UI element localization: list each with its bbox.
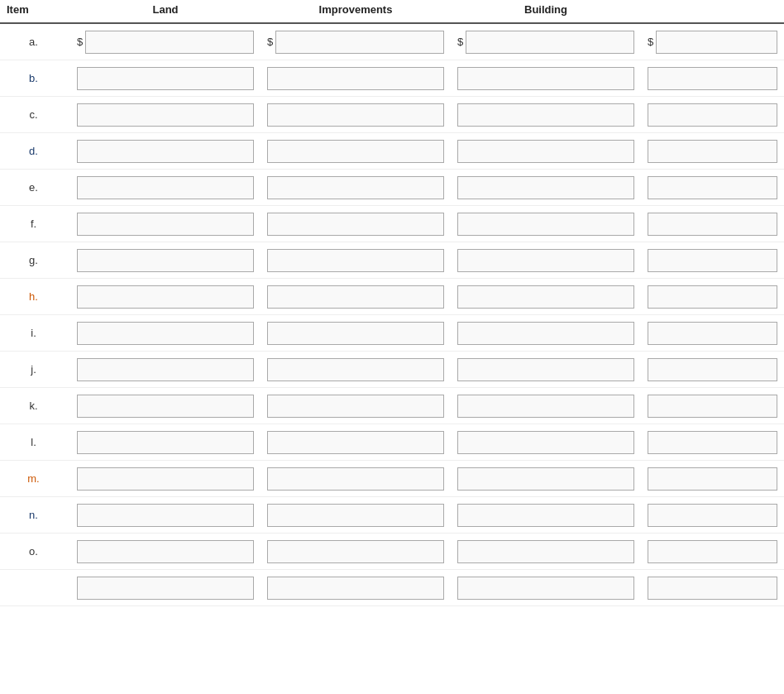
cell-improvements-row-2 [261,103,451,127]
row-label-m.: m. [0,472,70,485]
input-improvements-row-0[interactable] [275,31,444,54]
input-col4-row-6[interactable] [648,249,777,272]
input-col4-row-15[interactable] [648,577,777,600]
input-improvements-row-6[interactable] [267,249,444,272]
cell-improvements-row-3 [261,140,451,163]
cell-improvements-row-6 [261,249,451,272]
row-label-h.: h. [0,290,70,303]
input-land-row-13[interactable] [77,504,254,527]
input-col4-row-3[interactable] [648,140,777,163]
input-building-row-2[interactable] [457,103,634,127]
cell-building-row-9 [451,358,641,381]
input-building-row-9[interactable] [457,358,634,381]
input-building-row-5[interactable] [457,213,634,236]
input-col4-row-10[interactable] [648,395,777,418]
input-col4-row-9[interactable] [648,358,777,381]
row-label-g.: g. [0,254,70,266]
input-building-row-10[interactable] [457,395,634,418]
input-land-row-2[interactable] [77,103,254,127]
input-improvements-row-7[interactable] [267,285,444,309]
input-improvements-row-12[interactable] [267,467,444,491]
input-improvements-row-3[interactable] [267,140,444,163]
row-label-a.: a. [0,36,70,48]
table-body: a.$$$$b.c.d.e.f.g.h.i.j.k.l.m.n.o. [0,24,784,606]
dollar-sign: $ [77,36,83,48]
row-label-f.: f. [0,218,70,230]
input-land-row-4[interactable] [77,176,254,199]
input-building-row-7[interactable] [457,285,634,309]
item-column-header: Item [0,0,70,19]
input-improvements-row-13[interactable] [267,504,444,527]
input-building-row-1[interactable] [457,67,634,90]
input-land-row-10[interactable] [77,395,254,418]
row-label-i.: i. [0,327,70,339]
input-land-row-0[interactable] [85,31,254,54]
cell-building-row-0: $ [451,31,641,54]
input-building-row-15[interactable] [457,577,634,600]
cell-improvements-row-15 [261,577,451,600]
input-improvements-row-5[interactable] [267,213,444,236]
cell-land-row-5 [70,213,261,236]
cell-improvements-row-5 [261,213,451,236]
cell-building-row-11 [451,431,641,454]
input-improvements-row-8[interactable] [267,322,444,345]
input-improvements-row-15[interactable] [267,577,444,600]
input-land-row-12[interactable] [77,467,254,491]
cell-improvements-row-0: $ [261,31,451,54]
input-col4-row-1[interactable] [648,67,777,90]
input-col4-row-4[interactable] [648,176,777,199]
input-building-row-0[interactable] [466,31,634,54]
cell-land-row-1 [70,67,261,90]
input-col4-row-12[interactable] [648,467,777,491]
input-col4-row-13[interactable] [648,504,777,527]
input-improvements-row-9[interactable] [267,358,444,381]
input-improvements-row-14[interactable] [267,540,444,563]
input-improvements-row-11[interactable] [267,431,444,454]
input-improvements-row-2[interactable] [267,103,444,127]
input-improvements-row-10[interactable] [267,395,444,418]
input-col4-row-7[interactable] [648,285,777,309]
input-col4-row-8[interactable] [648,322,777,345]
input-improvements-row-4[interactable] [267,176,444,199]
input-building-row-13[interactable] [457,504,634,527]
input-building-row-4[interactable] [457,176,634,199]
input-col4-row-0[interactable] [656,31,777,54]
cell-building-row-5 [451,213,641,236]
cell-building-row-4 [451,176,641,199]
cell-improvements-row-10 [261,395,451,418]
input-col4-row-5[interactable] [648,213,777,236]
input-col4-row-11[interactable] [648,431,777,454]
input-building-row-11[interactable] [457,431,634,454]
input-land-row-3[interactable] [77,140,254,163]
cell-building-row-2 [451,103,641,127]
cell-col4-row-3 [641,140,784,163]
cell-col4-row-10 [641,395,784,418]
table-row: l. [0,424,784,461]
table-row: o. [0,534,784,570]
input-land-row-9[interactable] [77,358,254,381]
input-building-row-12[interactable] [457,467,634,491]
input-building-row-14[interactable] [457,540,634,563]
table-row: n. [0,497,784,534]
row-label-b.: b. [0,72,70,84]
table-row: d. [0,133,784,170]
input-building-row-8[interactable] [457,322,634,345]
input-land-row-1[interactable] [77,67,254,90]
input-col4-row-2[interactable] [648,103,777,127]
input-land-row-7[interactable] [77,285,254,309]
table-row: h. [0,279,784,315]
cell-improvements-row-14 [261,540,451,563]
input-col4-row-14[interactable] [648,540,777,563]
input-land-row-5[interactable] [77,213,254,236]
cell-col4-row-8 [641,322,784,345]
input-land-row-6[interactable] [77,249,254,272]
cell-col4-row-13 [641,504,784,527]
input-land-row-15[interactable] [77,577,254,600]
input-land-row-11[interactable] [77,431,254,454]
input-land-row-8[interactable] [77,322,254,345]
input-building-row-3[interactable] [457,140,634,163]
input-building-row-6[interactable] [457,249,634,272]
input-improvements-row-1[interactable] [267,67,444,90]
main-table: Item Land Improvements Building a.$$$$b.… [0,0,784,606]
input-land-row-14[interactable] [77,540,254,563]
